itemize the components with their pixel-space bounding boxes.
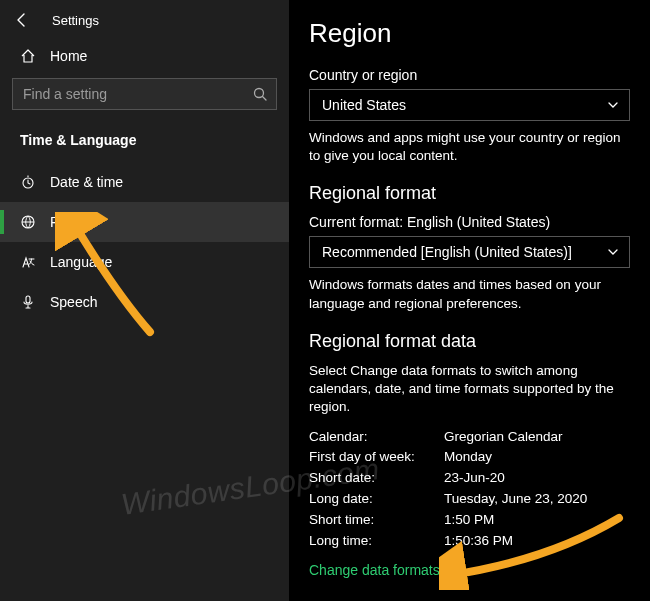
chevron-down-icon — [607, 246, 619, 258]
back-button[interactable] — [12, 10, 32, 30]
nav-home[interactable]: Home — [0, 36, 289, 74]
kv-key: Calendar: — [309, 427, 444, 448]
select-value: United States — [322, 97, 406, 113]
kv-val: Gregorian Calendar — [444, 427, 563, 448]
search-box[interactable] — [12, 78, 277, 110]
language-icon — [20, 254, 36, 270]
main-panel: Region Country or region United States W… — [289, 0, 650, 601]
sidebar: Settings Home Time & Language Date & tim… — [0, 0, 289, 601]
search-icon — [252, 86, 268, 102]
nav-label: Speech — [50, 294, 97, 310]
country-region-desc: Windows and apps might use your country … — [309, 129, 630, 165]
regional-format-title: Regional format — [309, 183, 630, 204]
clock-icon — [20, 174, 36, 190]
nav-item-date-time[interactable]: Date & time — [0, 162, 289, 202]
nav-label: Language — [50, 254, 112, 270]
kv-row: First day of week:Monday — [309, 447, 630, 468]
kv-val: 1:50 PM — [444, 510, 494, 531]
kv-key: First day of week: — [309, 447, 444, 468]
regional-format-data-title: Regional format data — [309, 331, 630, 352]
svg-rect-3 — [26, 296, 30, 303]
regional-format-data-desc: Select Change data formats to switch amo… — [309, 362, 630, 417]
kv-row: Short time:1:50 PM — [309, 510, 630, 531]
chevron-down-icon — [607, 99, 619, 111]
nav-item-language[interactable]: Language — [0, 242, 289, 282]
kv-row: Long time:1:50:36 PM — [309, 531, 630, 552]
country-region-label: Country or region — [309, 67, 630, 83]
app-title: Settings — [52, 13, 99, 28]
regional-format-desc: Windows formats dates and times based on… — [309, 276, 630, 312]
kv-key: Long date: — [309, 489, 444, 510]
select-value: Recommended [English (United States)] — [322, 244, 572, 260]
search-input[interactable] — [23, 86, 252, 102]
home-icon — [20, 48, 36, 64]
country-region-select[interactable]: United States — [309, 89, 630, 121]
regional-format-select[interactable]: Recommended [English (United States)] — [309, 236, 630, 268]
nav-label: Region — [50, 214, 94, 230]
kv-val: 23-Jun-20 — [444, 468, 505, 489]
header-row: Settings — [0, 0, 289, 36]
nav-item-speech[interactable]: Speech — [0, 282, 289, 322]
nav-label: Date & time — [50, 174, 123, 190]
kv-row: Long date:Tuesday, June 23, 2020 — [309, 489, 630, 510]
arrow-left-icon — [14, 12, 30, 28]
change-data-formats-link[interactable]: Change data formats — [309, 562, 440, 578]
nav-home-label: Home — [50, 48, 87, 64]
kv-row: Calendar:Gregorian Calendar — [309, 427, 630, 448]
kv-key: Short date: — [309, 468, 444, 489]
nav-item-region[interactable]: Region — [0, 202, 289, 242]
sidebar-heading: Time & Language — [0, 122, 289, 162]
microphone-icon — [20, 294, 36, 310]
kv-row: Short date:23-Jun-20 — [309, 468, 630, 489]
kv-key: Short time: — [309, 510, 444, 531]
kv-val: 1:50:36 PM — [444, 531, 513, 552]
globe-icon — [20, 214, 36, 230]
regional-format-current: Current format: English (United States) — [309, 214, 630, 230]
kv-val: Monday — [444, 447, 492, 468]
kv-val: Tuesday, June 23, 2020 — [444, 489, 587, 510]
kv-key: Long time: — [309, 531, 444, 552]
page-title: Region — [309, 18, 630, 49]
